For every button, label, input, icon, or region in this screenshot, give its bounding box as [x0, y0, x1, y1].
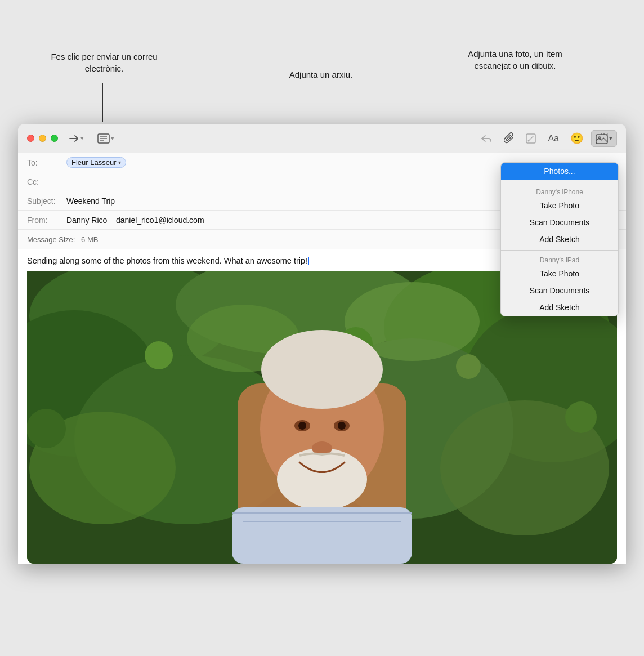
callout-send: Fes clic per enviar un correu electrònic…: [45, 51, 163, 74]
svg-point-5: [528, 140, 530, 141]
fonts-label: Aa: [548, 133, 559, 144]
recipient-chevron-icon: ▾: [118, 159, 121, 166]
callout-attach: Adjunta un arxiu.: [276, 69, 366, 81]
callout-attach-line: [321, 82, 321, 123]
reply-button[interactable]: [476, 131, 497, 146]
message-size-value: 6 MB: [81, 235, 98, 244]
photo-button[interactable]: ▾ Photos... Danny's iPhone Take Photo Sc…: [591, 130, 617, 147]
recipient-badge[interactable]: Fleur Lasseur ▾: [66, 157, 126, 168]
callout-photo-line: [516, 93, 516, 123]
photo-icon: [596, 133, 608, 144]
svg-point-35: [338, 422, 346, 430]
menu-item-iphone-scan-documents[interactable]: Scan Documents: [501, 214, 618, 231]
annotations-overlay: Fes clic per enviar un correu electrònic…: [0, 45, 644, 124]
svg-point-34: [298, 422, 306, 430]
from-label: From:: [27, 216, 66, 225]
send-icon: [68, 133, 79, 144]
svg-point-22: [456, 354, 481, 379]
formatting-icon: [97, 133, 110, 144]
toolbar: ▾ ▾: [18, 124, 626, 153]
svg-point-27: [261, 330, 383, 409]
menu-item-iphone-add-sketch[interactable]: Add Sketch: [501, 231, 618, 248]
svg-point-28: [277, 448, 367, 510]
toolbar-right: Aa 🙂 ▾ Photos...: [476, 130, 617, 147]
close-button[interactable]: [27, 135, 34, 142]
to-label: To:: [27, 158, 66, 167]
menu-item-photos[interactable]: Photos...: [501, 163, 618, 180]
message-size-label: Message Size:: [27, 235, 75, 244]
svg-point-23: [27, 409, 66, 448]
text-cursor: [308, 257, 309, 265]
svg-rect-29: [232, 507, 412, 564]
formatting-button[interactable]: ▾: [94, 131, 118, 146]
mail-window: ▾ ▾: [18, 124, 626, 564]
menu-section-ipad: Danny's iPad: [501, 253, 618, 265]
menu-item-ipad-add-sketch[interactable]: Add Sketch: [501, 299, 618, 316]
traffic-lights: [27, 135, 58, 142]
menu-section-iphone: Danny's iPhone: [501, 185, 618, 197]
markup-icon: [525, 133, 536, 144]
callout-send-line: [102, 83, 103, 122]
reply-icon: [480, 133, 493, 144]
emoji-icon: 🙂: [570, 132, 584, 145]
svg-point-20: [145, 341, 173, 369]
send-button[interactable]: ▾: [65, 131, 87, 146]
menu-item-ipad-take-photo[interactable]: Take Photo: [501, 265, 618, 282]
minimize-button[interactable]: [39, 135, 46, 142]
menu-divider-2: [501, 250, 618, 251]
subject-label: Subject:: [27, 197, 66, 206]
attach-icon: [504, 132, 514, 145]
attach-button[interactable]: [500, 130, 518, 147]
fonts-button[interactable]: Aa: [544, 131, 563, 146]
cc-label: Cc:: [27, 177, 66, 186]
callout-photo: Adjunta una foto, un ítem escanejat o un…: [456, 48, 574, 72]
fullscreen-button[interactable]: [51, 135, 58, 142]
markup-button[interactable]: [521, 131, 540, 146]
emoji-button[interactable]: 🙂: [566, 130, 588, 147]
menu-item-ipad-scan-documents[interactable]: Scan Documents: [501, 282, 618, 299]
svg-point-24: [565, 401, 597, 433]
photo-dropdown-menu: Photos... Danny's iPhone Take Photo Scan…: [500, 162, 619, 316]
menu-divider-1: [501, 182, 618, 182]
menu-item-iphone-take-photo[interactable]: Take Photo: [501, 197, 618, 214]
recipient-name: Fleur Lasseur: [71, 158, 116, 167]
